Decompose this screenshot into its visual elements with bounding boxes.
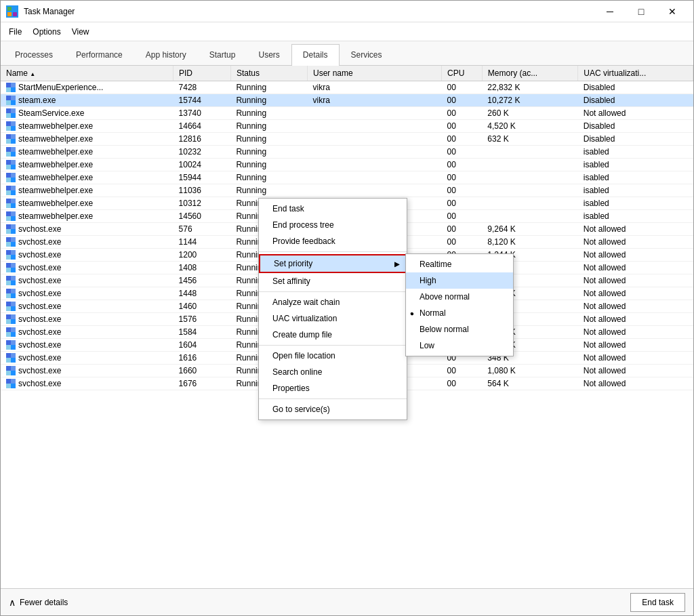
process-name-text: svchost.exe: [18, 224, 61, 234]
svg-rect-15: [11, 113, 16, 118]
process-icon: [6, 289, 16, 298]
svg-rect-89: [11, 353, 16, 358]
cell-pid: 10232: [174, 146, 231, 159]
priority-below-normal[interactable]: Below normal: [406, 321, 513, 337]
cell-uac: Not allowed: [578, 365, 693, 377]
priority-realtime[interactable]: Realtime: [406, 256, 513, 272]
cell-memory: 260 K: [482, 107, 577, 120]
svg-rect-16: [6, 121, 11, 126]
tab-startup[interactable]: Startup: [198, 44, 247, 65]
process-name-text: steamwebhelper.exe: [18, 121, 93, 131]
close-button[interactable]: ✕: [657, 1, 688, 22]
col-header-pid[interactable]: PID: [174, 66, 231, 81]
col-header-uac[interactable]: UAC virtualizati...: [578, 66, 693, 81]
svg-rect-45: [11, 211, 16, 216]
menu-options[interactable]: Options: [27, 24, 66, 39]
cell-name: svchost.exe: [1, 262, 174, 274]
ctx-go-to-services[interactable]: Go to service(s): [259, 401, 407, 417]
svg-rect-95: [11, 371, 16, 375]
cell-pid: 576: [174, 223, 231, 236]
cell-uac: Not allowed: [578, 377, 693, 390]
cell-status: Running: [230, 146, 307, 159]
fewer-details-label: Fewer details: [20, 598, 68, 607]
table-row[interactable]: steamwebhelper.exe 12816 Running 00 632 …: [1, 133, 693, 146]
cell-pid: 1584: [174, 326, 231, 339]
ctx-search-online[interactable]: Search online: [259, 364, 407, 380]
svg-rect-1: [13, 7, 17, 11]
process-icon: [6, 108, 16, 118]
ctx-provide-feedback[interactable]: Provide feedback: [259, 233, 407, 249]
ctx-set-affinity[interactable]: Set affinity: [259, 273, 407, 289]
col-header-cpu[interactable]: CPU: [441, 66, 482, 81]
process-name-text: steamwebhelper.exe: [18, 211, 93, 221]
tab-app-history[interactable]: App history: [134, 44, 198, 65]
cell-uac: Disabled: [578, 133, 693, 146]
table-row[interactable]: steam.exe 15744 Running vikra 00 10,272 …: [1, 94, 693, 107]
col-header-status[interactable]: Status: [230, 66, 307, 81]
menu-view[interactable]: View: [66, 24, 95, 39]
ctx-properties[interactable]: Properties: [259, 380, 407, 396]
svg-rect-44: [6, 211, 11, 216]
minimize-button[interactable]: ─: [594, 1, 626, 22]
svg-rect-26: [6, 152, 11, 157]
process-name-text: steam.exe: [18, 96, 56, 105]
cell-cpu: 00: [441, 210, 482, 223]
fewer-details-button[interactable]: ∧ Fewer details: [9, 597, 68, 608]
table-row[interactable]: steamwebhelper.exe 11036 Running 00 isab…: [1, 184, 693, 197]
tab-performance[interactable]: Performance: [64, 44, 134, 65]
table-row[interactable]: StartMenuExperience... 7428 Running vikr…: [1, 81, 693, 94]
svg-rect-74: [6, 306, 11, 311]
cell-pid: 14560: [174, 210, 231, 223]
cell-name: svchost.exe: [1, 287, 174, 300]
ctx-end-process-tree[interactable]: End process tree: [259, 217, 407, 233]
table-row[interactable]: steamwebhelper.exe 15944 Running 00 isab…: [1, 171, 693, 184]
ctx-create-dump-file[interactable]: Create dump file: [259, 327, 407, 343]
menu-file[interactable]: File: [3, 24, 27, 39]
col-header-username[interactable]: User name: [308, 66, 442, 81]
cell-pid: 1660: [174, 365, 231, 377]
ctx-sep-3: [259, 345, 407, 346]
ctx-set-priority[interactable]: Set priority ▶ Realtime High Above norma…: [259, 254, 407, 273]
priority-high[interactable]: High: [406, 272, 513, 289]
cell-memory: [482, 184, 577, 197]
priority-above-normal[interactable]: Above normal: [406, 289, 513, 305]
svg-rect-83: [11, 332, 16, 337]
ctx-open-file-location[interactable]: Open file location: [259, 348, 407, 364]
svg-rect-48: [6, 224, 11, 229]
col-header-memory[interactable]: Memory (ac...: [482, 66, 577, 81]
tab-users[interactable]: Users: [247, 44, 291, 65]
maximize-button[interactable]: □: [626, 1, 657, 22]
cell-status: Running: [230, 120, 307, 133]
cell-pid: 11036: [174, 184, 231, 197]
table-row[interactable]: steamwebhelper.exe 14664 Running 00 4,52…: [1, 120, 693, 133]
cell-name: SteamService.exe: [1, 107, 174, 120]
svg-rect-5: [11, 83, 16, 87]
svg-rect-22: [6, 139, 11, 144]
process-name-text: svchost.exe: [18, 289, 61, 298]
table-row[interactable]: SteamService.exe 13740 Running 00 260 K …: [1, 107, 693, 120]
col-header-name[interactable]: Name: [1, 66, 174, 81]
cell-name: steamwebhelper.exe: [1, 159, 174, 171]
tab-services[interactable]: Services: [340, 44, 394, 65]
svg-rect-34: [6, 178, 11, 182]
cell-memory: 632 K: [482, 133, 577, 146]
table-row[interactable]: steamwebhelper.exe 10232 Running 00 isab…: [1, 146, 693, 159]
svg-rect-66: [6, 281, 11, 285]
tab-processes[interactable]: Processes: [3, 44, 64, 65]
priority-low[interactable]: Low: [406, 337, 513, 354]
cell-cpu: 00: [441, 223, 482, 236]
cell-cpu: 00: [441, 184, 482, 197]
priority-normal[interactable]: ●Normal: [406, 305, 513, 321]
ctx-uac-virtualization[interactable]: UAC virtualization: [259, 310, 407, 327]
table-row[interactable]: steamwebhelper.exe 10024 Running 00 isab…: [1, 159, 693, 171]
ctx-analyze-wait-chain[interactable]: Analyze wait chain: [259, 294, 407, 310]
end-task-button[interactable]: End task: [630, 593, 685, 612]
svg-rect-39: [11, 190, 16, 195]
cell-cpu: 00: [441, 365, 482, 377]
svg-rect-67: [11, 281, 16, 285]
cell-memory: 10,272 K: [482, 94, 577, 107]
tab-details[interactable]: Details: [291, 44, 340, 66]
ctx-end-task[interactable]: End task: [259, 201, 407, 217]
table-container[interactable]: Name PID Status User name CPU Memory (ac…: [1, 66, 693, 588]
cell-name: svchost.exe: [1, 377, 174, 390]
